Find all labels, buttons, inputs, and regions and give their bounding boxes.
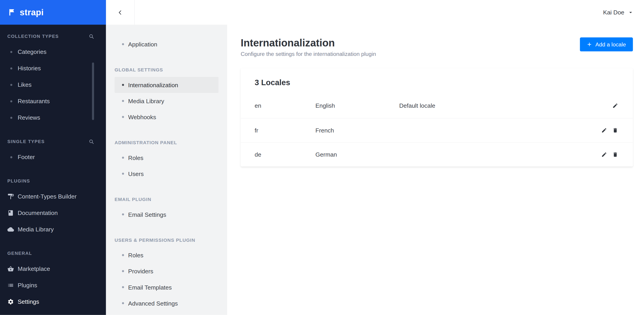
page-title: Internationalization	[241, 36, 376, 50]
bullet-icon	[10, 100, 12, 102]
page-subtitle: Configure the settings for the internati…	[241, 51, 376, 57]
sidebar-item-categories[interactable]: Categories	[0, 44, 106, 60]
subnav-section-email-plugin: EMAIL PLUGIN Email Settings	[106, 195, 227, 222]
row-actions	[612, 103, 618, 109]
locale-code: de	[254, 151, 315, 158]
sidebar-item-label: Reviews	[18, 114, 40, 121]
bullet-icon	[10, 84, 12, 86]
bullet-icon	[122, 213, 124, 215]
user-menu[interactable]: Kai Doe	[603, 9, 644, 16]
subnav-item-label: Email Templates	[128, 284, 172, 290]
collection-types-heading: COLLECTION TYPES	[8, 34, 59, 39]
sidebar-item-reviews[interactable]: Reviews	[0, 109, 106, 126]
sidebar-item-likes[interactable]: Likes	[0, 76, 106, 93]
single-types-heading: SINGLE TYPES	[8, 139, 45, 144]
sidebar-item-label: Plugins	[18, 282, 37, 289]
bullet-icon	[122, 254, 124, 256]
users-permissions-heading: USERS & PERMISSIONS PLUGIN	[106, 235, 227, 244]
subnav-item-media-library[interactable]: Media Library	[114, 93, 218, 109]
sidebar-item-media-library[interactable]: Media Library	[0, 221, 106, 238]
cloud-icon	[8, 226, 14, 233]
sidebar-item-label: Footer	[18, 154, 35, 160]
subnav-section-administration-panel: ADMINISTRATION PANEL Roles Users	[106, 138, 227, 182]
user-name: Kai Doe	[603, 9, 624, 16]
bullet-icon	[10, 67, 12, 69]
brand-name: strapi	[20, 8, 44, 17]
bullet-icon	[122, 270, 124, 272]
subnav-item-admin-users[interactable]: Users	[114, 166, 218, 182]
row-actions	[601, 127, 618, 133]
sidebar-item-label: Settings	[18, 298, 39, 305]
subnav-item-advanced-settings[interactable]: Advanced Settings	[114, 295, 218, 311]
locales-count-heading: 3 Locales	[241, 68, 633, 94]
bullet-icon	[122, 302, 124, 304]
locale-default-label: Default locale	[399, 102, 612, 109]
locale-row-de[interactable]: de German	[241, 142, 633, 166]
locale-code: en	[254, 102, 315, 109]
trash-icon[interactable]	[612, 151, 618, 157]
book-icon	[8, 210, 14, 216]
locale-row-fr[interactable]: fr French	[241, 118, 633, 142]
section-single-types: SINGLE TYPES Footer	[0, 137, 106, 165]
sidebar-item-label: Likes	[18, 81, 32, 88]
add-locale-button[interactable]: Add a locale	[580, 37, 633, 51]
basket-icon	[8, 266, 14, 272]
bullet-icon	[122, 173, 124, 175]
back-button[interactable]	[106, 0, 135, 25]
global-settings-heading: GLOBAL SETTINGS	[106, 65, 227, 74]
subnav-item-label: Webhooks	[128, 114, 156, 120]
locale-name: German	[315, 151, 399, 158]
sidebar-item-settings[interactable]: Settings	[0, 293, 106, 310]
section-general: GENERAL Marketplace Plugins Settings	[0, 248, 106, 310]
plugins-heading: PLUGINS	[8, 178, 30, 183]
sidebar-item-footer[interactable]: Footer	[0, 149, 106, 165]
sidebar-item-histories[interactable]: Histories	[0, 60, 106, 76]
sidebar-item-label: Categories	[18, 49, 46, 55]
settings-subnav: Application GLOBAL SETTINGS Internationa…	[106, 25, 227, 315]
sidebar-item-documentation[interactable]: Documentation	[0, 205, 106, 221]
gear-icon	[8, 298, 14, 305]
subnav-item-email-settings[interactable]: Email Settings	[114, 206, 218, 222]
search-icon[interactable]	[89, 139, 94, 144]
subnav-item-application[interactable]: Application	[114, 36, 218, 52]
subnav-item-email-templates[interactable]: Email Templates	[114, 279, 218, 295]
subnav-item-internationalization[interactable]: Internationalization	[114, 77, 218, 93]
add-locale-label: Add a locale	[596, 41, 626, 47]
subnav-item-label: Providers	[128, 268, 153, 274]
trash-icon[interactable]	[612, 127, 618, 133]
bullet-icon	[122, 286, 124, 288]
subnav-item-providers[interactable]: Providers	[114, 263, 218, 279]
subnav-item-label: Email Settings	[128, 211, 166, 218]
strapi-logo[interactable]: strapi	[0, 0, 106, 25]
locale-row-en[interactable]: en English Default locale	[241, 94, 633, 118]
sidebar-item-restaurants[interactable]: Restaurants	[0, 93, 106, 109]
sidebar-body: COLLECTION TYPES Categories Histories Li…	[0, 25, 106, 310]
bullet-icon	[122, 84, 124, 86]
search-icon[interactable]	[89, 34, 94, 39]
sidebar-item-label: Documentation	[18, 210, 58, 216]
subnav-item-label: Media Library	[128, 98, 164, 104]
main-sidebar: strapi COLLECTION TYPES Categories Histo…	[0, 0, 106, 315]
locales-card: 3 Locales en English Default locale fr F…	[241, 68, 633, 166]
subnav-item-label: Internationalization	[128, 82, 178, 88]
locale-code: fr	[254, 127, 315, 133]
top-bar: Kai Doe	[106, 0, 644, 25]
sidebar-item-label: Restaurants	[18, 98, 50, 104]
sidebar-item-label: Content-Types Builder	[18, 193, 76, 200]
sidebar-item-content-types-builder[interactable]: Content-Types Builder	[0, 188, 106, 205]
locale-name: French	[315, 127, 399, 133]
subnav-item-admin-roles[interactable]: Roles	[114, 150, 218, 166]
bullet-icon	[10, 156, 12, 158]
edit-icon[interactable]	[612, 103, 618, 109]
subnav-item-up-roles[interactable]: Roles	[114, 247, 218, 263]
edit-icon[interactable]	[601, 151, 607, 157]
subnav-item-webhooks[interactable]: Webhooks	[114, 109, 218, 125]
sidebar-item-marketplace[interactable]: Marketplace	[0, 261, 106, 277]
sidebar-item-plugins[interactable]: Plugins	[0, 277, 106, 293]
administration-panel-heading: ADMINISTRATION PANEL	[106, 138, 227, 147]
section-collection-types: COLLECTION TYPES Categories Histories Li…	[0, 31, 106, 126]
bullet-icon	[122, 43, 124, 45]
edit-icon[interactable]	[601, 127, 607, 133]
sidebar-item-label: Media Library	[18, 226, 54, 233]
bullet-icon	[122, 116, 124, 118]
